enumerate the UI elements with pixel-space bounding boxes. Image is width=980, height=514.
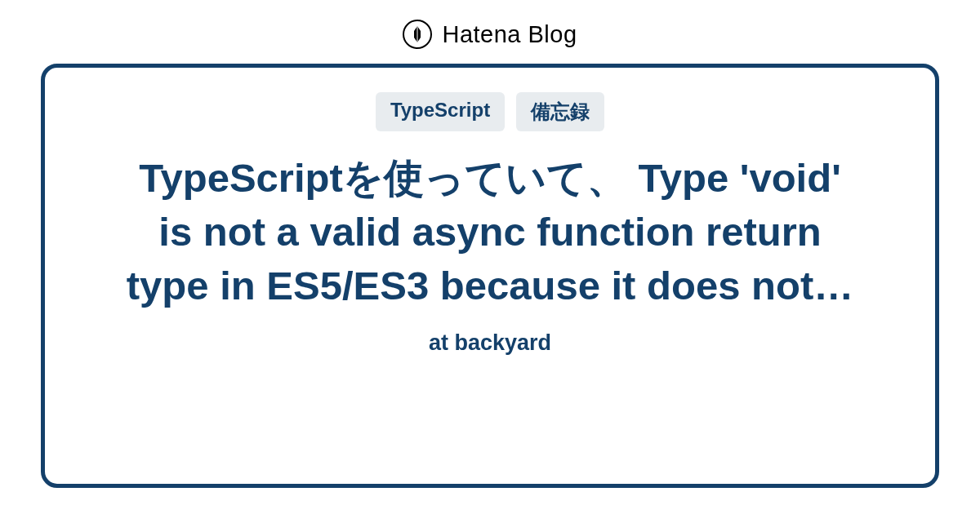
tag-item[interactable]: 備忘録 [516,92,604,131]
brand-header: Hatena Blog [403,0,577,64]
blog-name: at backyard [429,330,551,356]
tag-list: TypeScript 備忘録 [376,92,604,131]
article-card: TypeScript 備忘録 TypeScriptを使っていて、 Type 'v… [41,64,939,488]
article-title: TypeScriptを使っていて、 Type 'void' is not a v… [122,151,858,312]
tag-item[interactable]: TypeScript [376,92,505,131]
brand-name: Hatena Blog [442,21,577,48]
hatena-logo-icon [403,20,432,49]
